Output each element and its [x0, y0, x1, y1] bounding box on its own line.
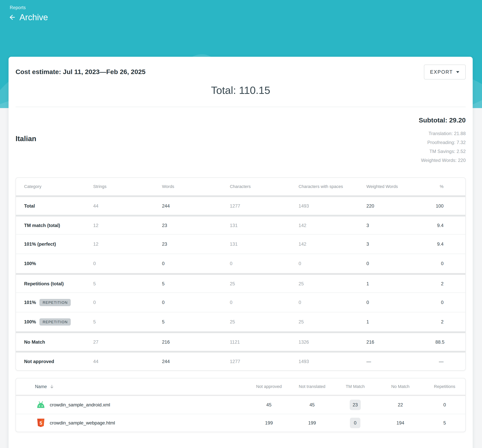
cell-strings: 27 [93, 339, 162, 345]
subtotal-translation: Translation: 21.88 [419, 129, 466, 138]
cell-characters: 1277 [230, 203, 299, 209]
row-category: 100% [16, 261, 93, 266]
col-header-weighted-words: Weighted Words [366, 184, 435, 189]
cell-percent: 0 [435, 300, 465, 305]
repetition-badge: REPETITION [40, 318, 71, 326]
cell-percent: 88.5 [435, 339, 466, 345]
col-header-category: Category [16, 184, 93, 189]
table-row-100: 100% 0 0 0 0 0 0 [16, 254, 465, 273]
files-table-header-row: Name Not approved Not translated TM Matc… [16, 378, 465, 396]
cell-words: 0 [162, 261, 230, 266]
cell-characters-with-spaces: 142 [299, 241, 366, 247]
cell-percent: 0 [435, 261, 465, 266]
cell-words: 216 [162, 339, 230, 345]
cell-repetitions: 0 [424, 402, 465, 408]
tm-match-pill: 0 [350, 418, 360, 428]
cell-strings: 0 [93, 300, 162, 305]
cell-characters-with-spaces: 142 [299, 223, 366, 228]
cell-weighted-words: 0 [366, 261, 435, 266]
row-category: Total [16, 203, 93, 209]
cell-no-match: 194 [377, 420, 424, 426]
grand-total: Total: 110.15 [16, 84, 466, 96]
cell-percent: — [435, 359, 465, 364]
col-header-not-translated: Not translated [291, 384, 334, 389]
cost-table-header-row: Category Strings Words Characters Charac… [16, 178, 465, 195]
col-header-percent: % [435, 184, 465, 189]
android-icon [36, 400, 46, 409]
language-section: Italian Subtotal: 29.20 Translation: 21.… [16, 107, 466, 177]
cell-words: 0 [162, 300, 230, 305]
cell-weighted-words: 0 [366, 300, 435, 305]
cell-strings: 5 [93, 319, 162, 325]
cell-characters: 25 [230, 281, 299, 287]
cell-repetitions: 5 [424, 420, 465, 426]
cell-characters-with-spaces: 1326 [299, 339, 366, 345]
col-header-not-approved: Not approved [247, 384, 291, 389]
files-sort-by-name[interactable]: Name [16, 384, 247, 389]
cell-tm-match: 23 [334, 400, 377, 410]
cell-words: 244 [162, 203, 230, 209]
cell-words: 23 [162, 223, 230, 228]
cell-characters: 1121 [230, 339, 299, 345]
cell-characters-with-spaces: 25 [299, 319, 366, 325]
page-title: Archive [19, 12, 48, 22]
cell-words: 23 [162, 241, 230, 247]
cell-words: 244 [162, 359, 230, 364]
table-row-not-approved: Not approved 44 244 1277 1493 — — [16, 351, 465, 370]
row-category: 100% [24, 319, 36, 325]
files-table: Name Not approved Not translated TM Matc… [16, 378, 466, 432]
table-row-101-repetition: 101%REPETITION 0 0 0 0 0 0 [16, 293, 465, 312]
subtotal-block: Subtotal: 29.20 Translation: 21.88 Proof… [419, 116, 466, 165]
export-button[interactable]: EXPORT [424, 64, 466, 80]
cell-words: 5 [162, 281, 230, 287]
file-name: crowdin_sample_android.xml [50, 402, 110, 408]
col-header-characters-with-spaces: Characters with spaces [299, 184, 366, 189]
cell-characters: 0 [230, 261, 299, 266]
cell-weighted-words: 3 [366, 241, 435, 247]
cell-percent: 100 [435, 203, 465, 209]
html5-icon: 5 [36, 419, 46, 427]
table-row-no-match: No Match 27 216 1121 1326 216 88.5 [16, 331, 465, 351]
breadcrumb-reports[interactable]: Reports [10, 5, 26, 10]
cell-strings: 44 [93, 359, 162, 364]
cell-percent: 2 [435, 281, 465, 287]
file-row-android: crowdin_sample_android.xml 45 45 23 22 0 [16, 396, 465, 414]
col-header-strings: Strings [93, 184, 162, 189]
language-name: Italian [16, 135, 36, 143]
file-link-webpage[interactable]: 5 crowdin_sample_webpage.html [16, 419, 247, 427]
col-header-characters: Characters [230, 184, 299, 189]
col-header-words: Words [162, 184, 230, 189]
cell-not-translated: 45 [291, 402, 334, 408]
cell-characters-with-spaces: 1493 [299, 359, 366, 364]
table-row-tm-match-total: TM match (total) 12 23 131 142 3 9.4 [16, 215, 465, 234]
subtotal-tm-savings: TM Savings: 2.52 [419, 147, 466, 156]
col-header-name: Name [35, 384, 47, 389]
cell-characters: 1277 [230, 359, 299, 364]
row-category: Repetitions (total) [16, 281, 93, 287]
arrow-left-icon[interactable] [8, 13, 16, 21]
cell-no-match: 22 [377, 402, 424, 408]
cell-characters-with-spaces: 25 [299, 281, 366, 287]
file-link-android[interactable]: crowdin_sample_android.xml [16, 400, 247, 409]
caret-down-icon [456, 71, 459, 73]
cell-tm-match: 0 [334, 418, 377, 428]
table-row-100-repetition: 100%REPETITION 5 5 25 25 1 2 [16, 312, 465, 331]
cell-strings: 12 [93, 223, 162, 228]
row-category: 101% [24, 300, 36, 305]
report-card: Cost estimate: Jul 11, 2023—Feb 26, 2025… [8, 57, 473, 448]
arrow-down-icon [49, 384, 54, 389]
cell-characters-with-spaces: 1493 [299, 203, 366, 209]
col-header-tm-match: TM Match [334, 384, 377, 389]
cell-strings: 44 [93, 203, 162, 209]
cell-not-approved: 199 [247, 420, 291, 426]
cell-weighted-words: 220 [366, 203, 435, 209]
row-category: No Match [16, 339, 93, 345]
cell-strings: 5 [93, 281, 162, 287]
cell-weighted-words: 1 [366, 319, 435, 325]
row-category: TM match (total) [16, 223, 93, 228]
table-row-101-perfect: 101% (perfect) 12 23 131 142 3 9.4 [16, 234, 465, 254]
cell-words: 5 [162, 319, 230, 325]
cost-table: Category Strings Words Characters Charac… [16, 177, 466, 371]
cell-weighted-words: 1 [366, 281, 435, 287]
file-row-webpage: 5 crowdin_sample_webpage.html 199 199 0 … [16, 414, 465, 432]
